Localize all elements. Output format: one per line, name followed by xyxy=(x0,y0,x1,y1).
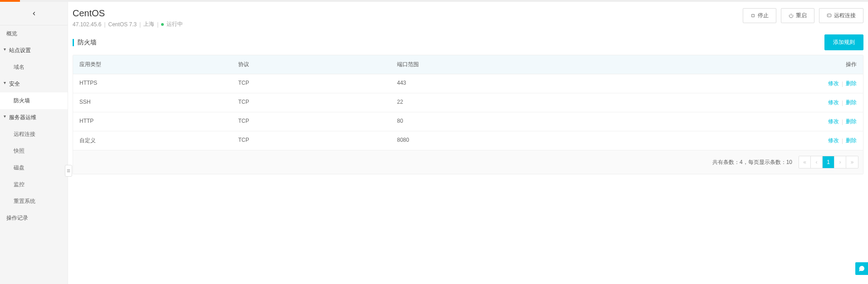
cell-app-type: HTTPS xyxy=(73,74,232,93)
sidebar-item-snapshot[interactable]: 快照 xyxy=(0,143,68,159)
cell-protocol: TCP xyxy=(232,93,391,112)
section-header: 防火墙 添加规则 xyxy=(73,34,863,50)
cell-port-range: 8080 xyxy=(391,131,804,150)
summary-perpage: 10 xyxy=(786,159,792,165)
sidebar-group-site-settings[interactable]: 站点设置 xyxy=(0,42,68,59)
action-separator: | xyxy=(842,100,843,106)
delete-link[interactable]: 删除 xyxy=(846,118,857,125)
edit-link[interactable]: 修改 xyxy=(828,137,839,144)
section-title-wrap: 防火墙 xyxy=(73,39,97,47)
page-title: CentOS xyxy=(73,8,743,19)
action-separator: | xyxy=(842,81,843,87)
status-dot-icon xyxy=(161,23,164,26)
add-rule-button[interactable]: 添加规则 xyxy=(824,34,863,50)
cell-port-range: 443 xyxy=(391,74,804,93)
cell-action: 修改|删除 xyxy=(804,131,863,150)
chevron-left-icon xyxy=(31,10,37,17)
edit-link[interactable]: 修改 xyxy=(828,99,839,106)
cell-action: 修改|删除 xyxy=(804,112,863,131)
edit-link[interactable]: 修改 xyxy=(828,80,839,87)
cell-app-type: HTTP xyxy=(73,112,232,131)
svg-rect-2 xyxy=(827,14,831,17)
sidebar-group-security[interactable]: 安全 xyxy=(0,76,68,92)
header-left: CentOS 47.102.45.6 | CentOS 7.3 | 上海 | 运… xyxy=(73,8,743,28)
page-header: CentOS 47.102.45.6 | CentOS 7.3 | 上海 | 运… xyxy=(73,8,868,34)
power-icon xyxy=(789,13,794,18)
edit-link[interactable]: 修改 xyxy=(828,118,839,125)
pagination-summary: 共有条数：4，每页显示条数：10 xyxy=(712,159,792,166)
sidebar-group-ops[interactable]: 服务器运维 xyxy=(0,109,68,126)
pager-prev-button[interactable]: ‹ xyxy=(811,156,823,168)
summary-perpage-prefix: ，每页显示条数： xyxy=(743,159,786,165)
pager-last-button[interactable]: » xyxy=(846,156,858,168)
meta-separator: | xyxy=(139,21,141,28)
stop-button[interactable]: 停止 xyxy=(743,8,776,23)
table-header-row: 应用类型 协议 端口范围 操作 xyxy=(73,55,863,74)
cell-protocol: TCP xyxy=(232,131,391,150)
meta-separator: | xyxy=(157,21,158,28)
section-accent-bar xyxy=(73,39,74,46)
meta-status: 运行中 xyxy=(167,20,183,28)
table-header-app-type: 应用类型 xyxy=(73,55,232,74)
collapse-icon xyxy=(66,168,71,173)
cell-protocol: TCP xyxy=(232,74,391,93)
section-title: 防火墙 xyxy=(78,39,97,47)
pager-next-button[interactable]: › xyxy=(834,156,846,168)
chat-icon xyxy=(858,265,865,272)
firewall-section: 防火墙 添加规则 应用类型 协议 端口范围 操作 HTTPSTCP443修改|删… xyxy=(73,34,868,174)
meta-os: CentOS 7.3 xyxy=(108,21,137,28)
action-separator: | xyxy=(842,138,843,144)
pager-first-button[interactable]: « xyxy=(799,156,811,168)
page-meta: 47.102.45.6 | CentOS 7.3 | 上海 | 运行中 xyxy=(73,20,743,28)
delete-link[interactable]: 删除 xyxy=(846,80,857,87)
delete-link[interactable]: 删除 xyxy=(846,99,857,106)
main-content: CentOS 47.102.45.6 | CentOS 7.3 | 上海 | 运… xyxy=(68,2,868,284)
meta-separator: | xyxy=(104,21,105,28)
table-header-protocol: 协议 xyxy=(232,55,391,74)
rules-table: 应用类型 协议 端口范围 操作 HTTPSTCP443修改|删除SSHTCP22… xyxy=(73,55,863,174)
cell-action: 修改|删除 xyxy=(804,74,863,93)
sidebar-collapse-button[interactable] xyxy=(65,165,72,177)
sidebar-item-oplog[interactable]: 操作记录 xyxy=(0,210,68,226)
sidebar-item-domain[interactable]: 域名 xyxy=(0,59,68,76)
sidebar-item-remote[interactable]: 远程连接 xyxy=(0,126,68,143)
sidebar-item-disk[interactable]: 磁盘 xyxy=(0,159,68,176)
restart-button[interactable]: 重启 xyxy=(781,8,814,23)
table-header-port-range: 端口范围 xyxy=(391,55,804,74)
pager: « ‹ 1 › » xyxy=(799,156,858,168)
cell-protocol: TCP xyxy=(232,112,391,131)
sidebar-item-monitor[interactable]: 监控 xyxy=(0,176,68,193)
sidebar-item-reset-system[interactable]: 重置系统 xyxy=(0,193,68,210)
action-separator: | xyxy=(842,119,843,125)
remote-connect-button-label: 远程连接 xyxy=(834,12,856,19)
restart-button-label: 重启 xyxy=(796,12,807,19)
meta-ip: 47.102.45.6 xyxy=(73,21,101,28)
table-footer: 共有条数：4，每页显示条数：10 « ‹ 1 › » xyxy=(73,150,863,174)
delete-link[interactable]: 删除 xyxy=(846,137,857,144)
help-float-button[interactable] xyxy=(855,262,868,275)
cell-app-type: SSH xyxy=(73,93,232,112)
cell-port-range: 80 xyxy=(391,112,804,131)
table-row: HTTPTCP80修改|删除 xyxy=(73,112,863,131)
sidebar: 概览 站点设置 域名 安全 防火墙 服务器运维 远程连接 快照 磁盘 监控 重置… xyxy=(0,2,68,284)
topbar xyxy=(0,0,868,2)
table-row: 自定义TCP8080修改|删除 xyxy=(73,131,863,150)
svg-rect-0 xyxy=(752,14,755,17)
summary-prefix: 共有条数： xyxy=(712,159,740,165)
table-body: HTTPSTCP443修改|删除SSHTCP22修改|删除HTTPTCP80修改… xyxy=(73,74,863,150)
sidebar-item-overview[interactable]: 概览 xyxy=(0,25,68,42)
stop-icon xyxy=(750,13,755,18)
cell-port-range: 22 xyxy=(391,93,804,112)
table-row: SSHTCP22修改|删除 xyxy=(73,93,863,112)
table-header-action: 操作 xyxy=(804,55,863,74)
cell-app-type: 自定义 xyxy=(73,131,232,150)
table-row: HTTPSTCP443修改|删除 xyxy=(73,74,863,93)
back-button[interactable] xyxy=(0,2,68,25)
pager-page-1[interactable]: 1 xyxy=(823,156,834,168)
header-actions: 停止 重启 远程连接 xyxy=(743,8,863,23)
meta-region: 上海 xyxy=(143,20,154,28)
stop-button-label: 停止 xyxy=(758,12,769,19)
sidebar-item-firewall[interactable]: 防火墙 xyxy=(0,92,68,109)
summary-total: 4 xyxy=(740,159,743,165)
remote-connect-button[interactable]: 远程连接 xyxy=(819,8,863,23)
